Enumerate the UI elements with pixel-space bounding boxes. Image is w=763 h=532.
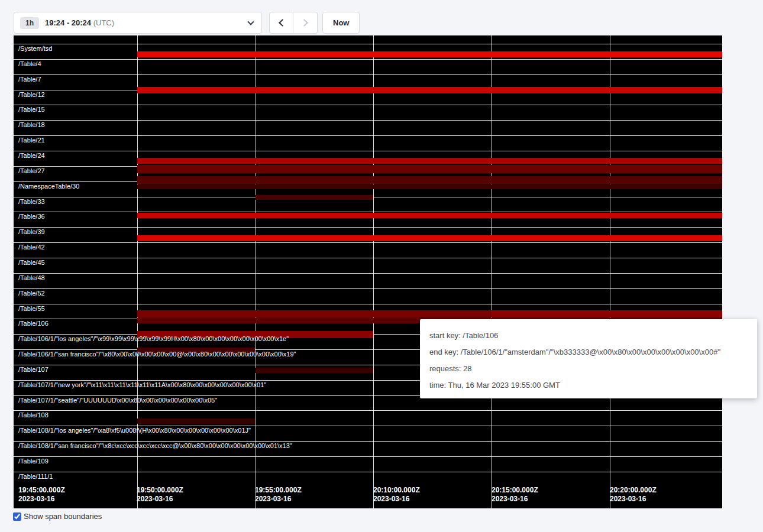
show-span-boundaries-label: Show span boundaries	[24, 512, 102, 521]
heat-band	[137, 213, 722, 218]
heat-band	[137, 184, 722, 189]
time-axis-label: 19:50:00.000Z2023-03-16	[137, 486, 183, 504]
time-range-label: 19:24 - 20:24 (UTC)	[45, 18, 114, 27]
axis-date: 2023-03-16	[18, 495, 65, 504]
time-gridline	[373, 35, 374, 508]
toolbar: 1h 19:24 - 20:24 (UTC) Now	[14, 12, 360, 34]
span-boundary-line	[14, 441, 722, 442]
span-key-label: /Table/108	[18, 411, 49, 419]
time-window-badge: 1h	[20, 17, 39, 29]
span-boundary-line	[14, 105, 722, 105]
span-key-label: /Table/24	[18, 152, 45, 159]
span-key-label: /Table/107/1/"seattle"/"UUUUUUD\x00\x80\…	[18, 397, 217, 404]
heat-band	[137, 165, 722, 173]
heat-band	[137, 51, 722, 57]
span-key-label: /Table/18	[18, 121, 45, 128]
span-boundary-line	[14, 227, 722, 228]
time-gridline	[492, 35, 492, 508]
heat-band	[256, 195, 373, 200]
tooltip-time: time: Thu, 16 Mar 2023 19:55:00 GMT	[429, 381, 748, 390]
heat-band	[137, 158, 722, 164]
span-key-label: /Table/106/1/"san francisco"/"\x80\x00\x…	[18, 351, 296, 358]
span-key-label: /Table/48	[18, 274, 45, 281]
axis-time: 20:15:00.000Z	[492, 486, 538, 495]
show-span-boundaries-control: Show span boundaries	[13, 512, 102, 521]
span-key-label: /Table/45	[18, 259, 45, 266]
span-key-label: /Table/15	[18, 106, 45, 113]
time-axis-label: 20:20:00.000Z2023-03-16	[610, 486, 657, 504]
span-key-label: /System/tsd	[18, 45, 52, 52]
span-key-label: /NamespaceTable/30	[18, 183, 79, 190]
time-range-selector[interactable]: 1h 19:24 - 20:24 (UTC)	[14, 12, 262, 34]
chevron-down-icon	[247, 18, 254, 25]
span-key-label: /Table/4	[18, 60, 41, 67]
span-boundary-line	[14, 472, 722, 472]
span-key-label: /Table/7	[18, 76, 41, 83]
span-boundary-line	[14, 410, 722, 411]
next-time-button[interactable]	[293, 12, 318, 34]
axis-date: 2023-03-16	[492, 495, 538, 504]
time-range-value: 19:24 - 20:24	[45, 18, 91, 27]
span-key-label: /Table/36	[18, 213, 45, 220]
span-boundary-line	[14, 304, 722, 304]
prev-time-button[interactable]	[269, 12, 293, 34]
heat-band	[492, 310, 722, 317]
now-button[interactable]: Now	[322, 12, 360, 34]
axis-time: 19:45:00.000Z	[18, 486, 65, 495]
span-key-label: /Table/106	[18, 320, 49, 327]
span-key-label: /Table/108/1/"los angeles"/"\xa8\xf5\u00…	[18, 427, 251, 434]
span-key-label: /Table/106/1/"los angeles"/"\x99\x99\x99…	[18, 335, 289, 342]
span-boundary-line	[14, 44, 722, 44]
span-key-label: /Table/111/1	[18, 473, 53, 480]
span-boundary-line	[14, 151, 722, 151]
span-key-label: /Table/27	[18, 167, 45, 174]
heat-band	[137, 176, 722, 184]
axis-time: 20:20:00.000Z	[610, 486, 657, 495]
chevron-right-icon	[300, 19, 308, 27]
tooltip-end-key: end key: /Table/106/1/"amsterdam"/"\xb33…	[429, 348, 748, 356]
span-key-label: /Table/107/1/"new york"/"\x11\x11\x11\x1…	[18, 381, 266, 388]
axis-time: 19:50:00.000Z	[137, 486, 183, 495]
chevron-left-icon	[279, 19, 286, 27]
span-boundary-line	[14, 273, 722, 274]
span-boundary-line	[14, 59, 722, 60]
span-key-label: /Table/109	[18, 458, 49, 465]
span-key-label: /Table/33	[18, 198, 45, 205]
time-axis-label: 19:45:00.000Z2023-03-16	[18, 486, 65, 504]
span-key-label: /Table/55	[18, 305, 45, 312]
span-boundary-line	[14, 135, 722, 136]
axis-date: 2023-03-16	[137, 495, 183, 504]
time-axis-label: 20:10:00.000Z2023-03-16	[373, 486, 420, 504]
axis-date: 2023-03-16	[610, 495, 657, 504]
span-boundary-line	[14, 120, 722, 121]
key-visualizer-canvas[interactable]: /System/tsd/Table/4/Table/7/Table/12/Tab…	[14, 35, 722, 508]
axis-date: 2023-03-16	[373, 495, 420, 504]
axis-time: 20:10:00.000Z	[373, 486, 420, 495]
show-span-boundaries-checkbox[interactable]	[13, 512, 21, 521]
time-zone-label: (UTC)	[93, 18, 114, 27]
heat-band	[137, 87, 722, 93]
span-key-label: /Table/39	[18, 228, 45, 235]
time-gridline	[610, 35, 610, 508]
span-boundary-line	[14, 456, 722, 457]
tooltip-start-key: start key: /Table/106	[429, 331, 748, 340]
axis-date: 2023-03-16	[255, 495, 302, 504]
time-axis-label: 19:55:00.000Z2023-03-16	[255, 486, 302, 504]
tooltip-requests: requests: 28	[429, 364, 748, 373]
heat-band	[256, 368, 373, 373]
span-boundary-line	[14, 258, 722, 258]
axis-time: 19:55:00.000Z	[255, 486, 302, 495]
span-boundary-line	[14, 242, 722, 243]
heat-band	[137, 235, 722, 241]
span-boundary-line	[14, 74, 722, 75]
span-tooltip: start key: /Table/106 end key: /Table/10…	[420, 319, 757, 398]
span-key-label: /Table/12	[18, 91, 45, 98]
span-key-label: /Table/52	[18, 290, 45, 297]
time-gridline	[256, 35, 256, 508]
time-gridline	[137, 35, 138, 508]
span-key-label: /Table/108/1/"san francisco"/"\x8c\xcc\x…	[18, 442, 292, 449]
span-key-label: /Table/42	[18, 244, 45, 251]
heat-band	[137, 419, 255, 424]
span-key-label: /Table/21	[18, 137, 45, 144]
time-axis-label: 20:15:00.000Z2023-03-16	[492, 486, 538, 504]
